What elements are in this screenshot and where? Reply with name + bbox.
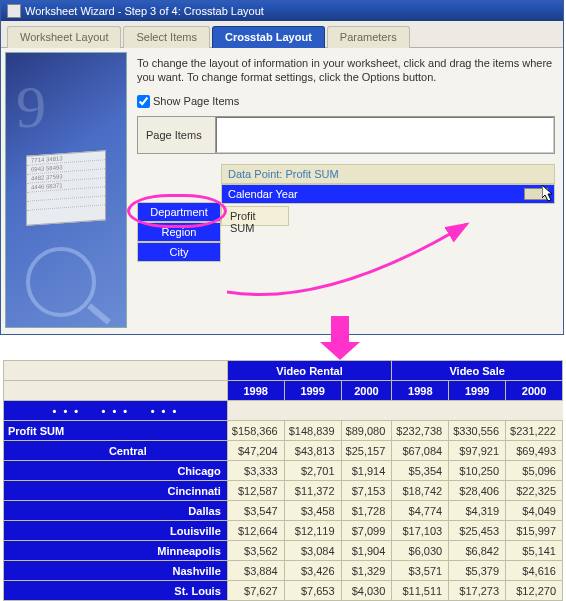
data-cell: $18,742 [392, 481, 449, 501]
profit-sum-cell[interactable]: Profit SUM [221, 206, 289, 226]
data-cell: $17,103 [392, 521, 449, 541]
data-cell: $12,664 [227, 521, 284, 541]
data-cell: $3,426 [284, 561, 341, 581]
data-cell: $3,571 [392, 561, 449, 581]
tab-parameters[interactable]: Parameters [327, 26, 410, 48]
col-year: 1999 [449, 381, 506, 401]
row-axis-department[interactable]: Department [137, 202, 221, 222]
data-cell: $12,270 [506, 581, 563, 601]
data-cell: $11,511 [392, 581, 449, 601]
data-cell: $28,406 [449, 481, 506, 501]
group-video-rental: Video Rental [227, 361, 392, 381]
data-cell: $1,914 [341, 461, 392, 481]
data-cell: $148,839 [284, 421, 341, 441]
data-cell: $4,049 [506, 501, 563, 521]
row-axis-region[interactable]: Region [137, 222, 221, 242]
data-cell: $330,556 [449, 421, 506, 441]
row-label: Profit SUM [4, 421, 228, 441]
page-items-dropzone[interactable] [216, 117, 554, 153]
row-label: Chicago [4, 461, 228, 481]
tab-select-items[interactable]: Select Items [123, 26, 210, 48]
data-cell: $12,587 [227, 481, 284, 501]
data-cell: $3,458 [284, 501, 341, 521]
titlebar: Worksheet Wizard - Step 3 of 4: Crosstab… [1, 1, 563, 21]
data-cell: $6,842 [449, 541, 506, 561]
side-illustration: 9 7714 34813 6943 58493 4482 37593 4446 … [5, 52, 127, 328]
data-cell: $232,738 [392, 421, 449, 441]
data-cell: $1,329 [341, 561, 392, 581]
data-point-label: Data Point: Profit SUM [221, 164, 555, 184]
layout-grid: Department Region City Data Point: Profi… [137, 164, 555, 262]
deco-sheet: 7714 34813 6943 58493 4482 37593 4446 68… [26, 150, 106, 226]
data-cell: $158,366 [227, 421, 284, 441]
table-row: Minneapolis$3,562$3,084$1,904$6,030$6,84… [4, 541, 563, 561]
data-cell: $4,774 [392, 501, 449, 521]
page-items-label: Page Items [138, 117, 216, 153]
result-crosstab: Video Rental Video Sale 1998 1999 2000 1… [3, 360, 563, 601]
window-title: Worksheet Wizard - Step 3 of 4: Crosstab… [25, 5, 264, 17]
data-cell: $4,030 [341, 581, 392, 601]
annotation-arrow-down [320, 316, 360, 360]
col-year: 1999 [284, 381, 341, 401]
data-cell: $7,153 [341, 481, 392, 501]
tab-worksheet-layout[interactable]: Worksheet Layout [7, 26, 121, 48]
table-row: Profit SUM$158,366$148,839$89,080$232,73… [4, 421, 563, 441]
row-label: Central [4, 441, 228, 461]
stub-cell [4, 381, 228, 401]
column-axis: Data Point: Profit SUM Calendar Year Pro… [221, 164, 555, 262]
data-cell: $3,084 [284, 541, 341, 561]
col-axis-calendar-year[interactable]: Calendar Year [221, 184, 555, 204]
data-cell: $5,354 [392, 461, 449, 481]
table-row: Cincinnati$12,587$11,372$7,153$18,742$28… [4, 481, 563, 501]
col-year: 2000 [341, 381, 392, 401]
table-row: Chicago$3,333$2,701$1,914$5,354$10,250$5… [4, 461, 563, 481]
data-cell: $231,222 [506, 421, 563, 441]
stub-cell [227, 401, 562, 421]
data-cell: $3,884 [227, 561, 284, 581]
data-cell: $3,333 [227, 461, 284, 481]
data-cell: $6,030 [392, 541, 449, 561]
show-page-items-label: Show Page Items [153, 95, 239, 107]
data-cell: $7,627 [227, 581, 284, 601]
wizard-window: Worksheet Wizard - Step 3 of 4: Crosstab… [0, 0, 564, 335]
col-year: 2000 [506, 381, 563, 401]
row-label: Nashville [4, 561, 228, 581]
table-row: Nashville$3,884$3,426$1,329$3,571$5,379$… [4, 561, 563, 581]
table-row: St. Louis$7,627$7,653$4,030$11,511$17,27… [4, 581, 563, 601]
show-page-items-input[interactable] [137, 95, 150, 108]
data-cell: $11,372 [284, 481, 341, 501]
cursor-icon [542, 185, 556, 203]
data-cell: $4,319 [449, 501, 506, 521]
data-cell: $4,616 [506, 561, 563, 581]
data-cell: $22,325 [506, 481, 563, 501]
data-cell: $7,099 [341, 521, 392, 541]
table-row: Central$47,204$43,813$25,157$67,084$97,9… [4, 441, 563, 461]
data-cell: $67,084 [392, 441, 449, 461]
app-icon [7, 4, 21, 18]
data-cell: $43,813 [284, 441, 341, 461]
group-video-sale: Video Sale [392, 361, 563, 381]
tab-crosstab-layout[interactable]: Crosstab Layout [212, 26, 325, 48]
data-cell: $25,453 [449, 521, 506, 541]
instructions: To change the layout of information in y… [137, 56, 555, 85]
col-year: 1998 [227, 381, 284, 401]
tab-strip: Worksheet Layout Select Items Crosstab L… [1, 21, 563, 48]
wizard-body: 9 7714 34813 6943 58493 4482 37593 4446 … [1, 48, 563, 334]
row-axis: Department Region City [137, 164, 221, 262]
data-cell: $3,547 [227, 501, 284, 521]
content-area: To change the layout of information in y… [133, 52, 559, 330]
svg-marker-0 [542, 185, 552, 201]
data-cell: $1,728 [341, 501, 392, 521]
data-cell: $1,904 [341, 541, 392, 561]
show-page-items-check[interactable]: Show Page Items [137, 95, 555, 108]
col-year: 1998 [392, 381, 449, 401]
data-cell: $17,273 [449, 581, 506, 601]
data-cell: $2,701 [284, 461, 341, 481]
row-axis-city[interactable]: City [137, 242, 221, 262]
table-row: Dallas$3,547$3,458$1,728$4,774$4,319$4,0… [4, 501, 563, 521]
stub-cell [4, 361, 228, 381]
magnifier-icon [26, 247, 96, 317]
data-cell: $69,493 [506, 441, 563, 461]
data-cell: $15,997 [506, 521, 563, 541]
data-cell: $47,204 [227, 441, 284, 461]
